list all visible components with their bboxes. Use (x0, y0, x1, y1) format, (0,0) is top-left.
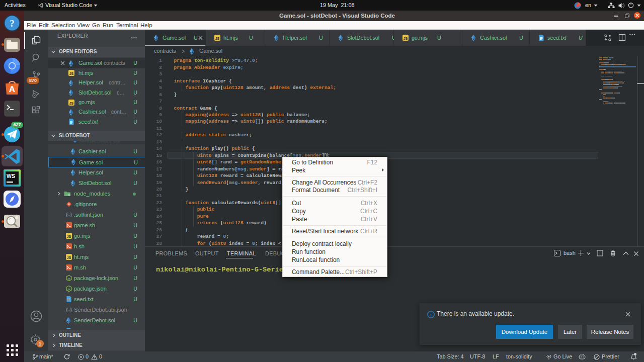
svg-text:JS: JS (215, 37, 220, 40)
svg-text:{..}: {..} (66, 212, 72, 217)
svg-text:JS: JS (69, 72, 74, 75)
svg-text:{..}: {..} (66, 307, 72, 312)
svg-text:js: js (67, 277, 70, 280)
svg-text:WS: WS (7, 173, 15, 179)
svg-text:?: ? (10, 18, 15, 29)
svg-text:JS: JS (404, 37, 408, 40)
svg-text:js: js (67, 287, 70, 290)
svg-text:JS: JS (67, 255, 71, 259)
svg-text:A: A (9, 84, 15, 94)
svg-text:JS: JS (67, 234, 71, 238)
svg-text:JS: JS (69, 101, 74, 105)
